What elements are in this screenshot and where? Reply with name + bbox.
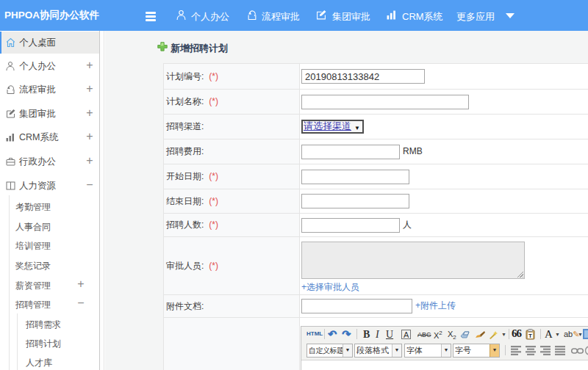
svg-text:T: T <box>528 333 532 339</box>
